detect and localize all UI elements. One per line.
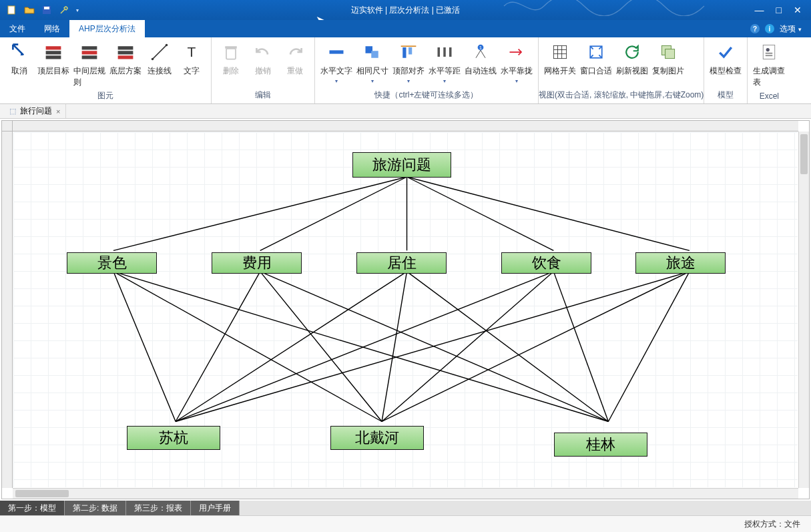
svg-rect-3	[46, 46, 61, 49]
ruler-corner	[2, 121, 13, 131]
svg-line-52	[407, 272, 609, 422]
svg-rect-10	[118, 51, 133, 54]
ribbon: 取消 顶层目标 中间层规则 底层方案 连接线 T文字 图元 删除 撤销 重做 编…	[0, 37, 811, 104]
node-criterion-3[interactable]: 居住	[356, 252, 447, 274]
svg-rect-6	[82, 46, 97, 49]
svg-rect-7	[82, 51, 97, 54]
tool-grid[interactable]: 网格开关	[544, 41, 576, 77]
qat-new-icon[interactable]	[7, 5, 17, 15]
node-criterion-5[interactable]: 旅途	[635, 252, 726, 274]
tool-delete[interactable]: 删除	[217, 41, 245, 77]
node-alt-1[interactable]: 苏杭	[127, 426, 220, 450]
svg-rect-37	[766, 53, 773, 54]
svg-text:1: 1	[479, 45, 482, 50]
menu-ahp[interactable]: AHP层次分析法	[69, 20, 145, 37]
qat-tools-icon[interactable]	[59, 5, 69, 15]
node-criterion-1[interactable]: 景色	[67, 252, 157, 274]
close-tab-icon[interactable]: ×	[56, 107, 60, 115]
menubar: 文件 网络 AHP层次分析法 ? i 选项	[0, 20, 811, 37]
svg-line-48	[260, 272, 382, 422]
tool-fit[interactable]: 窗口合适	[580, 41, 612, 77]
group-excel-label: Excel	[748, 89, 790, 103]
tool-redo[interactable]: 重做	[281, 41, 309, 77]
tool-auto-connect[interactable]: 1自动连线	[465, 41, 497, 77]
diagram-canvas[interactable]: 旅游问题 景色 费用 居住 饮食 旅途 苏杭 北戴河 桂林	[13, 132, 798, 487]
tool-align-top[interactable]: 顶部对齐▾	[392, 41, 425, 84]
svg-line-49	[260, 272, 609, 422]
tool-refresh[interactable]: 刷新视图	[616, 41, 648, 77]
maximize-button[interactable]: □	[776, 5, 782, 15]
qat-save-icon[interactable]	[41, 5, 52, 15]
svg-text:T: T	[188, 44, 196, 59]
svg-line-40	[260, 177, 407, 250]
bottom-step-tabs: 第一步：模型 第二步: 数据 第三步：报表 用户手册	[0, 501, 811, 515]
tool-connector[interactable]: 连接线	[146, 41, 174, 77]
tool-copy-image[interactable]: 复制图片	[652, 41, 684, 77]
node-goal[interactable]: 旅游问题	[352, 152, 451, 178]
tool-model-check[interactable]: 模型检查	[710, 41, 742, 77]
info-icon[interactable]: i	[765, 24, 774, 33]
tool-same-size[interactable]: 相同尺寸▾	[356, 41, 388, 84]
tool-top-goal[interactable]: 顶层目标	[37, 41, 69, 77]
svg-line-42	[407, 177, 554, 250]
scrollbar-horizontal[interactable]	[13, 488, 798, 499]
svg-rect-23	[409, 47, 412, 55]
scrollbar-vertical[interactable]	[798, 131, 809, 488]
menu-network[interactable]: 网络	[35, 20, 69, 37]
step-tab-manual[interactable]: 用户手册	[191, 501, 240, 515]
group-view-label: 视图(双击合适, 滚轮缩放, 中键拖屏,右键Zoom)	[539, 87, 704, 103]
status-auth: 授权方式：文件	[744, 519, 800, 530]
svg-line-57	[382, 272, 690, 422]
svg-line-29	[481, 50, 485, 57]
svg-rect-22	[402, 47, 406, 58]
svg-point-36	[766, 48, 770, 51]
document-tabstrip: ⬚ 旅行问题 ×	[0, 104, 811, 119]
group-model-label: 模型	[704, 87, 747, 103]
tool-undo[interactable]: 撤销	[249, 41, 277, 77]
group-elements-label: 图元	[0, 88, 211, 104]
step-tab-2[interactable]: 第二步: 数据	[65, 501, 126, 515]
group-edit-label: 编辑	[212, 87, 314, 103]
document-tab[interactable]: ⬚ 旅行问题 ×	[4, 104, 66, 118]
svg-line-54	[382, 272, 553, 422]
qat-open-icon[interactable]	[24, 5, 35, 15]
step-tab-3[interactable]: 第三步：报表	[126, 501, 191, 515]
svg-line-28	[476, 50, 481, 57]
svg-rect-5	[46, 55, 61, 59]
node-criterion-2[interactable]: 费用	[212, 252, 302, 274]
svg-rect-9	[118, 46, 133, 49]
svg-rect-38	[766, 55, 773, 56]
node-alt-3[interactable]: 桂林	[554, 433, 647, 457]
menu-file[interactable]: 文件	[0, 20, 35, 37]
status-bar: 授权方式：文件	[0, 515, 811, 532]
tool-bottom-plan[interactable]: 底层方案	[109, 41, 142, 77]
minimize-button[interactable]: —	[755, 5, 764, 15]
tool-htext[interactable]: 水平文字▾	[320, 41, 352, 84]
svg-rect-2	[44, 7, 49, 9]
svg-rect-35	[764, 45, 776, 59]
svg-line-58	[608, 272, 690, 422]
step-tab-1[interactable]: 第一步：模型	[0, 501, 65, 515]
svg-rect-20	[371, 51, 378, 58]
node-criterion-4[interactable]: 饮食	[501, 252, 591, 274]
tool-hdrag[interactable]: 水平靠拢▾	[501, 41, 533, 84]
svg-rect-26	[449, 47, 452, 57]
svg-rect-16	[226, 49, 236, 59]
svg-line-50	[176, 272, 407, 422]
window-title: 迈实软件 | 层次分析法 | 已激活	[351, 5, 461, 16]
close-button[interactable]: ✕	[794, 5, 802, 15]
tool-mid-rule[interactable]: 中间层规则	[73, 41, 105, 88]
tool-text[interactable]: T文字	[178, 41, 206, 77]
svg-line-39	[113, 177, 407, 250]
cube-icon: ⬚	[9, 107, 16, 115]
svg-rect-4	[46, 51, 61, 54]
help-icon[interactable]: ?	[750, 24, 760, 33]
options-menu[interactable]: 选项	[780, 23, 802, 35]
ruler-vertical	[2, 131, 13, 488]
node-alt-2[interactable]: 北戴河	[330, 426, 424, 450]
svg-line-12	[153, 45, 167, 59]
svg-rect-31	[553, 45, 566, 58]
tool-hspace[interactable]: 水平等距▾	[429, 41, 461, 84]
tool-gen-survey[interactable]: 生成调查表	[753, 41, 785, 88]
tool-cancel[interactable]: 取消	[5, 41, 33, 77]
